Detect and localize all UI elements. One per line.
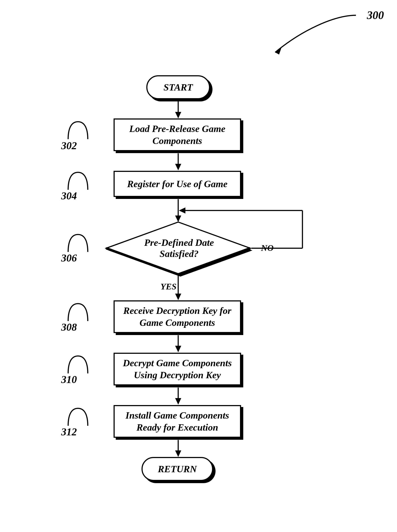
arrow-302-304: [174, 151, 183, 171]
ref-308-curve: [66, 302, 90, 323]
step-304-line1: Register for Use of Game: [127, 178, 228, 190]
step-308-line2: Game Components: [140, 317, 215, 329]
arrow-start-302: [174, 99, 183, 119]
svg-marker-14: [179, 207, 185, 213]
step-308-box: Receive Decryption Key for Game Componen…: [114, 300, 241, 333]
svg-marker-20: [175, 398, 181, 405]
start-label: START: [164, 82, 193, 93]
no-loop-path: [178, 206, 309, 254]
step-308-line1: Receive Decryption Key for: [123, 305, 231, 317]
ref-312-curve: [66, 406, 90, 428]
start-terminal: START: [146, 75, 210, 99]
step-310-box: Decrypt Game Components Using Decryption…: [114, 353, 241, 385]
ref-304-curve: [66, 170, 90, 192]
step-310-line1: Decrypt Game Components: [123, 357, 232, 369]
svg-marker-18: [175, 346, 181, 352]
arrow-308-310: [174, 333, 183, 353]
ref-308: 308: [61, 321, 77, 333]
ref-306-curve: [66, 232, 90, 254]
ref-310-curve: [66, 354, 90, 376]
step-302-line1: Load Pre-Release Game: [129, 123, 225, 135]
svg-marker-4: [175, 164, 181, 170]
return-terminal: RETURN: [142, 457, 213, 481]
figure-ref-arrow: [269, 9, 365, 59]
arrow-312-return: [174, 438, 183, 457]
step-312-line2: Ready for Execution: [136, 421, 218, 433]
step-302-box: Load Pre-Release Game Components: [114, 118, 241, 151]
step-312-line1: Install Game Components: [125, 409, 229, 421]
arrow-310-312: [174, 385, 183, 405]
step-304-box: Register for Use of Game: [114, 171, 241, 197]
step-310-line2: Using Decryption Key: [134, 369, 221, 381]
svg-marker-22: [175, 450, 181, 457]
step-312-box: Install Game Components Ready for Execut…: [114, 405, 241, 438]
svg-marker-2: [175, 112, 181, 118]
svg-marker-0: [275, 47, 282, 54]
ref-306: 306: [61, 252, 77, 264]
ref-302-curve: [66, 120, 90, 141]
step-302-line2: Components: [152, 135, 202, 147]
branch-no-label: NO: [261, 243, 274, 253]
flowchart-canvas: 300 START Load Pre-Release Game Componen…: [0, 0, 397, 532]
ref-304: 304: [61, 190, 77, 202]
ref-302: 302: [61, 139, 77, 151]
figure-number: 300: [367, 9, 384, 22]
svg-marker-16: [175, 294, 181, 300]
branch-yes-label: YES: [161, 281, 176, 292]
ref-310: 310: [61, 373, 77, 385]
return-label: RETURN: [158, 464, 197, 475]
ref-312: 312: [61, 426, 77, 438]
